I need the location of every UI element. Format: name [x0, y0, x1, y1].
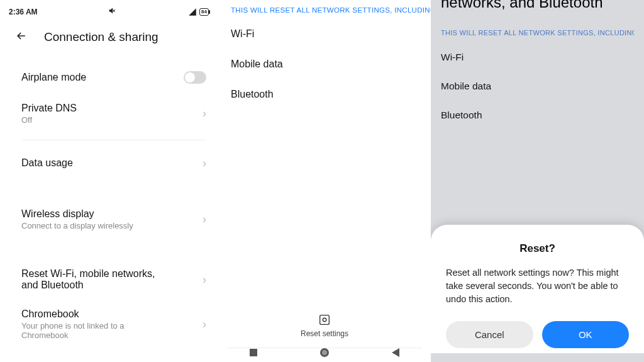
list-item: Wi-Fi	[218, 19, 431, 49]
list-item: Bluetooth	[441, 101, 634, 130]
settings-row[interactable]: ChromebookYour phone is not linked to a …	[0, 300, 218, 349]
dialog-body: Reset all network settings now? This mig…	[446, 266, 629, 306]
status-right: 84	[188, 8, 209, 16]
nav-home-icon[interactable]	[320, 348, 329, 357]
status-time: 2:36 AM	[9, 8, 38, 16]
chevron-right-icon: ›	[203, 107, 206, 120]
reset-dialog-panel: networks, and Bluetooth THIS WILL RESET …	[431, 0, 644, 362]
settings-panel: 2:36 AM 84 Connection & sharing Airplane…	[0, 0, 218, 362]
header: Connection & sharing	[0, 18, 218, 61]
row-sub: Your phone is not linked to a Chromebook	[21, 321, 172, 340]
settings-row[interactable]: Wireless displayConnect to a display wir…	[0, 200, 218, 239]
ok-button[interactable]: OK	[542, 321, 630, 348]
section-title: THIS WILL RESET ALL NETWORK SETTINGS, IN…	[441, 11, 634, 43]
dialog-title: Reset?	[446, 242, 629, 255]
nav-back-icon[interactable]	[392, 348, 399, 357]
row-sub: Off	[21, 115, 77, 125]
svg-point-1	[323, 318, 326, 322]
chevron-right-icon: ›	[203, 273, 206, 286]
nav-recent-icon[interactable]	[250, 349, 257, 356]
toggle[interactable]	[184, 71, 206, 84]
section-title: THIS WILL RESET ALL NETWORK SETTINGS, IN…	[218, 0, 431, 19]
settings-row[interactable]: Private DNSOff›	[0, 94, 218, 133]
reset-icon	[318, 313, 331, 327]
spacer	[0, 239, 218, 259]
row-sub: Connect to a display wirelessly	[21, 221, 133, 230]
nav-gap	[431, 353, 644, 362]
nav-bar	[218, 343, 431, 362]
row-label: Wireless display	[21, 208, 133, 220]
row-label: Reset Wi-Fi, mobile networks, and Blueto…	[21, 268, 172, 291]
list-item: Wi-Fi	[441, 43, 634, 72]
svg-rect-0	[320, 315, 330, 325]
reset-label: Reset settings	[301, 329, 348, 338]
row-label: Data usage	[21, 157, 73, 169]
list-item: Mobile data	[441, 72, 634, 101]
battery-icon: 84	[199, 8, 209, 16]
reset-settings-button[interactable]: Reset settings	[218, 313, 431, 338]
status-mute-icon	[108, 6, 117, 17]
spacer	[0, 179, 218, 200]
chevron-right-icon: ›	[203, 213, 206, 226]
signal-icon	[188, 8, 197, 16]
confirm-dialog: Reset? Reset all network settings now? T…	[431, 225, 644, 362]
settings-row[interactable]: Data usage›	[0, 147, 218, 179]
settings-row[interactable]: Reset Wi-Fi, mobile networks, and Blueto…	[0, 259, 218, 300]
settings-row[interactable]: Airplane mode	[0, 61, 218, 94]
list-item: Mobile data	[218, 49, 431, 79]
cancel-button[interactable]: Cancel	[446, 321, 533, 348]
reset-detail-panel: THIS WILL RESET ALL NETWORK SETTINGS, IN…	[218, 0, 431, 362]
row-label: Chromebook	[21, 308, 172, 320]
row-label: Airplane mode	[21, 72, 86, 83]
chevron-right-icon: ›	[203, 318, 206, 331]
page-title: Connection & sharing	[44, 30, 158, 44]
panel3-title-cutoff: networks, and Bluetooth	[441, 0, 634, 11]
chevron-right-icon: ›	[203, 157, 206, 170]
divider	[21, 140, 206, 140]
list-item: Bluetooth	[218, 79, 431, 110]
row-label: Private DNS	[21, 103, 77, 114]
status-bar: 2:36 AM 84	[0, 4, 218, 18]
back-button[interactable]	[15, 30, 28, 45]
